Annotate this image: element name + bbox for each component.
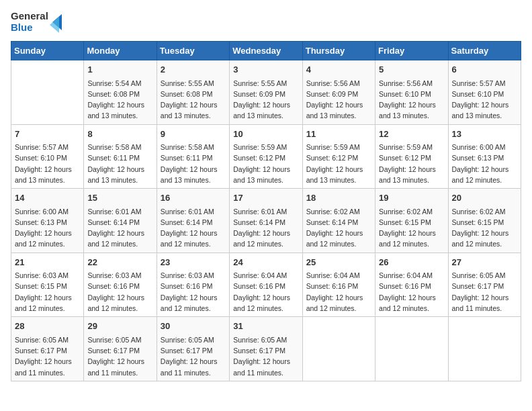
calendar-cell: 10Sunrise: 5:59 AMSunset: 6:12 PMDayligh… bbox=[230, 124, 302, 189]
cell-content: Sunrise: 6:05 AMSunset: 6:17 PMDaylight:… bbox=[15, 334, 80, 378]
calendar-cell: 1Sunrise: 5:54 AMSunset: 6:08 PMDaylight… bbox=[84, 60, 157, 125]
header-day-thursday: Thursday bbox=[302, 42, 375, 60]
day-number: 5 bbox=[379, 63, 444, 77]
cell-content: Sunrise: 6:03 AMSunset: 6:16 PMDaylight:… bbox=[87, 270, 152, 314]
cell-content: Sunrise: 6:00 AMSunset: 6:13 PMDaylight:… bbox=[452, 142, 517, 185]
cell-content: Sunrise: 6:01 AMSunset: 6:14 PMDaylight:… bbox=[87, 206, 152, 250]
calendar-cell: 15Sunrise: 6:01 AMSunset: 6:14 PMDayligh… bbox=[84, 189, 157, 253]
day-number: 2 bbox=[161, 63, 226, 77]
cell-content: Sunrise: 5:56 AMSunset: 6:10 PMDaylight:… bbox=[379, 78, 444, 122]
logo-text-block: General Blue bbox=[11, 11, 48, 33]
cell-content: Sunrise: 6:04 AMSunset: 6:16 PMDaylight:… bbox=[379, 270, 444, 314]
calendar-cell: 7Sunrise: 5:57 AMSunset: 6:10 PMDaylight… bbox=[11, 124, 84, 189]
logo-arrow-icon bbox=[50, 11, 62, 33]
day-number: 12 bbox=[379, 128, 444, 141]
day-number: 8 bbox=[87, 128, 152, 141]
calendar-cell: 22Sunrise: 6:03 AMSunset: 6:16 PMDayligh… bbox=[84, 253, 157, 317]
calendar-cell bbox=[302, 317, 375, 381]
day-number: 14 bbox=[15, 191, 80, 205]
day-number: 4 bbox=[306, 63, 371, 77]
day-number: 21 bbox=[15, 256, 80, 269]
calendar-cell: 11Sunrise: 5:59 AMSunset: 6:12 PMDayligh… bbox=[302, 124, 375, 189]
cell-content: Sunrise: 5:57 AMSunset: 6:10 PMDaylight:… bbox=[15, 142, 80, 185]
day-number: 11 bbox=[306, 128, 371, 141]
calendar-week-row: 7Sunrise: 5:57 AMSunset: 6:10 PMDaylight… bbox=[11, 124, 521, 189]
day-number: 25 bbox=[306, 256, 371, 269]
calendar-cell: 12Sunrise: 5:59 AMSunset: 6:12 PMDayligh… bbox=[375, 124, 448, 189]
cell-content: Sunrise: 6:04 AMSunset: 6:16 PMDaylight:… bbox=[233, 270, 298, 314]
calendar-cell: 20Sunrise: 6:02 AMSunset: 6:15 PMDayligh… bbox=[448, 189, 521, 253]
cell-content: Sunrise: 6:04 AMSunset: 6:16 PMDaylight:… bbox=[306, 270, 371, 314]
cell-content: Sunrise: 5:57 AMSunset: 6:10 PMDaylight:… bbox=[452, 78, 517, 122]
day-number: 15 bbox=[87, 191, 152, 205]
header-day-monday: Monday bbox=[84, 42, 157, 60]
logo-blue: Blue bbox=[11, 22, 48, 34]
header-day-tuesday: Tuesday bbox=[157, 42, 229, 60]
calendar-week-row: 1Sunrise: 5:54 AMSunset: 6:08 PMDaylight… bbox=[11, 60, 521, 125]
cell-content: Sunrise: 5:58 AMSunset: 6:11 PMDaylight:… bbox=[161, 142, 226, 185]
day-number: 29 bbox=[87, 320, 152, 333]
day-number: 3 bbox=[233, 63, 298, 77]
cell-content: Sunrise: 6:05 AMSunset: 6:17 PMDaylight:… bbox=[87, 334, 152, 378]
calendar-cell bbox=[11, 60, 84, 125]
cell-content: Sunrise: 6:02 AMSunset: 6:15 PMDaylight:… bbox=[379, 206, 444, 250]
day-number: 26 bbox=[379, 256, 444, 269]
calendar-cell: 30Sunrise: 6:05 AMSunset: 6:17 PMDayligh… bbox=[157, 317, 229, 381]
day-number: 31 bbox=[233, 320, 298, 333]
header-day-saturday: Saturday bbox=[448, 42, 521, 60]
cell-content: Sunrise: 5:54 AMSunset: 6:08 PMDaylight:… bbox=[87, 78, 152, 122]
day-number: 16 bbox=[161, 191, 226, 205]
svg-marker-1 bbox=[50, 17, 59, 33]
day-number: 1 bbox=[87, 63, 152, 77]
calendar-table: SundayMondayTuesdayWednesdayThursdayFrid… bbox=[11, 41, 521, 381]
cell-content: Sunrise: 5:56 AMSunset: 6:09 PMDaylight:… bbox=[306, 78, 371, 122]
logo-wrapper: General Blue bbox=[11, 11, 62, 33]
calendar-cell bbox=[448, 317, 521, 381]
calendar-week-row: 21Sunrise: 6:03 AMSunset: 6:15 PMDayligh… bbox=[11, 253, 521, 317]
calendar-cell: 25Sunrise: 6:04 AMSunset: 6:16 PMDayligh… bbox=[302, 253, 375, 317]
cell-content: Sunrise: 6:01 AMSunset: 6:14 PMDaylight:… bbox=[233, 206, 298, 250]
cell-content: Sunrise: 5:59 AMSunset: 6:12 PMDaylight:… bbox=[306, 142, 371, 185]
day-number: 9 bbox=[161, 128, 226, 141]
calendar-cell: 8Sunrise: 5:58 AMSunset: 6:11 PMDaylight… bbox=[84, 124, 157, 189]
cell-content: Sunrise: 5:59 AMSunset: 6:12 PMDaylight:… bbox=[233, 142, 298, 185]
calendar-week-row: 14Sunrise: 6:00 AMSunset: 6:13 PMDayligh… bbox=[11, 189, 521, 253]
day-number: 7 bbox=[15, 128, 80, 141]
calendar-cell: 29Sunrise: 6:05 AMSunset: 6:17 PMDayligh… bbox=[84, 317, 157, 381]
cell-content: Sunrise: 5:55 AMSunset: 6:09 PMDaylight:… bbox=[233, 78, 298, 122]
calendar-cell bbox=[375, 317, 448, 381]
calendar-cell: 28Sunrise: 6:05 AMSunset: 6:17 PMDayligh… bbox=[11, 317, 84, 381]
calendar-cell: 3Sunrise: 5:55 AMSunset: 6:09 PMDaylight… bbox=[230, 60, 302, 125]
day-number: 22 bbox=[87, 256, 152, 269]
calendar-cell: 17Sunrise: 6:01 AMSunset: 6:14 PMDayligh… bbox=[230, 189, 302, 253]
cell-content: Sunrise: 6:00 AMSunset: 6:13 PMDaylight:… bbox=[15, 206, 80, 250]
calendar-cell: 5Sunrise: 5:56 AMSunset: 6:10 PMDaylight… bbox=[375, 60, 448, 125]
calendar-cell: 4Sunrise: 5:56 AMSunset: 6:09 PMDaylight… bbox=[302, 60, 375, 125]
calendar-cell: 21Sunrise: 6:03 AMSunset: 6:15 PMDayligh… bbox=[11, 253, 84, 317]
cell-content: Sunrise: 5:58 AMSunset: 6:11 PMDaylight:… bbox=[87, 142, 152, 185]
cell-content: Sunrise: 6:01 AMSunset: 6:14 PMDaylight:… bbox=[161, 206, 226, 250]
header-day-sunday: Sunday bbox=[11, 42, 84, 60]
header: General Blue bbox=[11, 11, 521, 33]
calendar-header-row: SundayMondayTuesdayWednesdayThursdayFrid… bbox=[11, 42, 521, 60]
calendar-cell: 2Sunrise: 5:55 AMSunset: 6:08 PMDaylight… bbox=[157, 60, 229, 125]
day-number: 6 bbox=[452, 63, 517, 77]
calendar-cell: 31Sunrise: 6:05 AMSunset: 6:17 PMDayligh… bbox=[230, 317, 302, 381]
day-number: 18 bbox=[306, 191, 371, 205]
calendar-cell: 24Sunrise: 6:04 AMSunset: 6:16 PMDayligh… bbox=[230, 253, 302, 317]
day-number: 30 bbox=[161, 320, 226, 333]
calendar-cell: 23Sunrise: 6:03 AMSunset: 6:16 PMDayligh… bbox=[157, 253, 229, 317]
cell-content: Sunrise: 6:03 AMSunset: 6:15 PMDaylight:… bbox=[15, 270, 80, 314]
cell-content: Sunrise: 6:05 AMSunset: 6:17 PMDaylight:… bbox=[161, 334, 226, 378]
day-number: 23 bbox=[161, 256, 226, 269]
calendar-cell: 26Sunrise: 6:04 AMSunset: 6:16 PMDayligh… bbox=[375, 253, 448, 317]
logo: General Blue bbox=[11, 11, 62, 33]
header-day-friday: Friday bbox=[375, 42, 448, 60]
calendar-cell: 27Sunrise: 6:05 AMSunset: 6:17 PMDayligh… bbox=[448, 253, 521, 317]
day-number: 13 bbox=[452, 128, 517, 141]
day-number: 19 bbox=[379, 191, 444, 205]
cell-content: Sunrise: 6:05 AMSunset: 6:17 PMDaylight:… bbox=[233, 334, 298, 378]
logo-general: General bbox=[11, 11, 48, 22]
header-day-wednesday: Wednesday bbox=[230, 42, 302, 60]
day-number: 24 bbox=[233, 256, 298, 269]
